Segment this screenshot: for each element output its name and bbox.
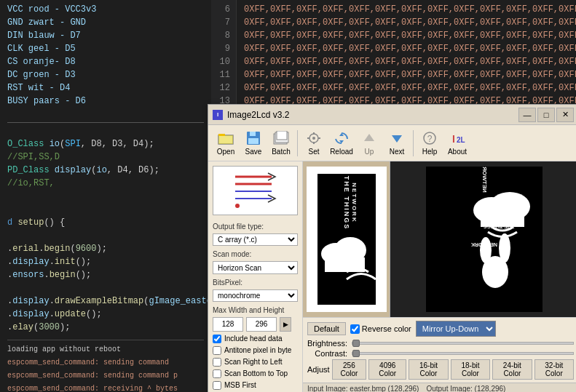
scan-bottom-checkbox[interactable]: [213, 369, 221, 378]
code-line: O_Class io(SPI, D8, D3, D4); //SPI,SS,D: [7, 137, 204, 164]
scan-mode-select[interactable]: Horizon Scan: [213, 261, 298, 273]
up-label: Up: [365, 148, 374, 156]
scan-bottom-label: Scan Bottom to Top: [224, 369, 288, 377]
svg-point-38: [480, 237, 492, 263]
antitone-checkbox[interactable]: [213, 346, 221, 355]
app-icon: I: [213, 110, 223, 120]
color-buttons-row: Adjust 256 Color 4096 Color 16-bit Color…: [307, 359, 574, 380]
antitone-label: Antitone pixel in byte: [224, 346, 291, 354]
set-label: Set: [308, 148, 319, 156]
image2lcd-window: I Image2Lcd v3.2 — □ ✕ Open: [208, 104, 576, 392]
max-wh-row: ▶: [213, 317, 298, 332]
svg-rect-32: [325, 257, 365, 272]
help-label: Help: [422, 148, 438, 156]
batch-button[interactable]: Batch: [268, 129, 294, 158]
maximize-button[interactable]: □: [537, 108, 555, 122]
bits-pixel-label: BitsPixel:: [213, 279, 298, 287]
antitone-checkbox-row: Antitone pixel in byte: [213, 346, 298, 355]
save-icon: [245, 130, 261, 146]
set-button[interactable]: Set: [301, 129, 327, 158]
toolbar-separator-2: [413, 130, 414, 156]
reload-button[interactable]: Reload: [328, 129, 355, 158]
terminal-line: espcomm_send_command: sending command: [7, 356, 204, 369]
contrast-thumb[interactable]: [352, 350, 360, 357]
batch-icon: [273, 130, 289, 146]
include-head-checkbox[interactable]: [213, 335, 221, 343]
color-32bit-button[interactable]: 32-bit Color: [534, 359, 574, 380]
window-controls[interactable]: — □ ✕: [518, 108, 574, 122]
original-image-panel: THE THINGS NETWORK: [303, 161, 390, 317]
svg-rect-9: [277, 131, 287, 140]
svg-text:NETWORK: NETWORK: [471, 242, 497, 247]
batch-label: Batch: [272, 148, 291, 156]
code-line: [7, 108, 204, 121]
code-line: PD_Class display(io, D4, D6); //io,RST,: [7, 164, 204, 190]
next-icon: [389, 130, 405, 146]
help-icon: ?: [422, 130, 438, 146]
max-width-input[interactable]: [213, 317, 243, 332]
mirror-select[interactable]: Mirror Up-Down Mirror Left-Right No Mirr…: [416, 321, 496, 337]
svg-text:NETWORK: NETWORK: [350, 183, 357, 223]
scan-right-checkbox[interactable]: [213, 358, 221, 367]
about-label: About: [448, 148, 467, 156]
color-18bit-button[interactable]: 18-bit Color: [451, 359, 490, 380]
help-button[interactable]: ? Help: [417, 129, 443, 158]
output-type-select[interactable]: C array (*.c): [213, 233, 298, 246]
msb-checkbox[interactable]: [213, 381, 221, 390]
svg-rect-2: [218, 135, 233, 144]
color-16bit-button[interactable]: 16-bit Color: [409, 359, 448, 380]
include-head-checkbox-row: Include head data: [213, 335, 298, 343]
reverse-color-checkbox[interactable]: [350, 324, 360, 334]
msb-checkbox-row: MSB First: [213, 381, 298, 390]
set-icon: [306, 130, 322, 146]
max-height-input[interactable]: [246, 317, 277, 332]
svg-text:?: ?: [427, 134, 433, 144]
color-256-button[interactable]: 256 Color: [332, 359, 367, 380]
terminal-line: espcomm_send_command: receiving ^ bytes: [7, 383, 204, 392]
reverse-color-label: Reverse color: [362, 324, 411, 333]
adjust-label: Adjust: [307, 365, 330, 374]
svg-point-39: [499, 233, 510, 263]
open-button[interactable]: Open: [213, 129, 239, 158]
code-line: .display.drawExampleBitmap(gImage_easter…: [7, 295, 204, 308]
svg-text:THE THINGS: THE THINGS: [343, 176, 350, 231]
code-line: RST wit - D4: [7, 81, 204, 95]
brightness-track[interactable]: [352, 342, 574, 345]
code-line: GND zwart - GND: [7, 16, 204, 29]
svg-rect-15: [318, 137, 320, 139]
default-button[interactable]: Default: [307, 322, 346, 335]
images-row: THE THINGS NETWORK: [303, 161, 576, 317]
open-label: Open: [217, 148, 234, 156]
titlebar: I Image2Lcd v3.2 — □ ✕: [208, 105, 576, 125]
contrast-row: Contrast:: [307, 349, 574, 358]
save-button[interactable]: Save: [240, 129, 267, 158]
about-icon: I 2L: [449, 130, 465, 146]
brightness-row: Brightness:: [307, 339, 574, 348]
color-4096-button[interactable]: 4096 Color: [368, 359, 406, 380]
code-line: .ensors.begin();: [7, 268, 204, 281]
input-image-status: Input Image: easter.bmp (128,296): [307, 385, 419, 392]
bits-pixel-select[interactable]: monochrome: [213, 289, 298, 302]
msb-label: MSB First: [224, 381, 256, 389]
close-button[interactable]: ✕: [556, 108, 574, 122]
output-image-svg: NETWORK THE THINGS NETWORK: [426, 167, 543, 312]
svg-rect-13: [313, 142, 315, 144]
contrast-track[interactable]: [352, 352, 574, 355]
terminal-line: loading app without reboot: [7, 343, 204, 356]
next-button[interactable]: Next: [384, 129, 410, 158]
svg-rect-5: [250, 132, 256, 136]
color-24bit-button[interactable]: 24-bit Color: [492, 359, 532, 380]
svg-point-25: [235, 204, 240, 208]
reload-label: Reload: [330, 148, 353, 156]
up-icon: [361, 130, 377, 146]
brightness-thumb[interactable]: [352, 340, 360, 347]
window-title-text: Image2Lcd v3.2: [227, 110, 289, 120]
svg-text:2L: 2L: [457, 136, 465, 144]
minimize-button[interactable]: —: [518, 108, 536, 122]
terminal-area: loading app without reboot espcomm_send_…: [7, 340, 204, 392]
max-wh-btn[interactable]: ▶: [280, 317, 291, 332]
scan-bottom-checkbox-row: Scan Bottom to Top: [213, 369, 298, 378]
code-line: [7, 229, 204, 242]
up-button[interactable]: Up: [356, 129, 382, 158]
about-button[interactable]: I 2L About: [444, 129, 470, 158]
